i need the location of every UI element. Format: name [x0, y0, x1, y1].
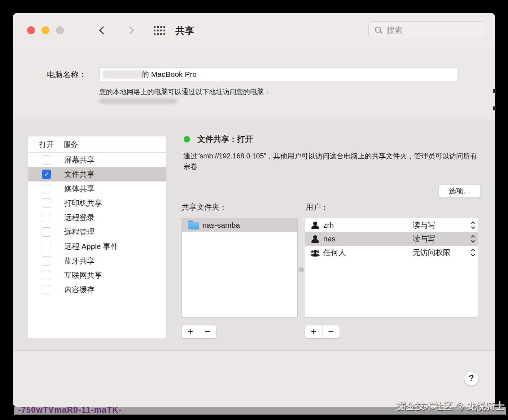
service-row[interactable]: 远程 Apple 事件 — [28, 239, 166, 254]
permission-value: 读与写 — [413, 234, 435, 244]
service-label: 远程 Apple 事件 — [64, 241, 118, 251]
remove-folder-button[interactable]: − — [199, 325, 216, 338]
user-permission-cell: 读与写 — [408, 218, 478, 232]
sharing-main-section: 打开 服务 屏幕共享 文件共享 — [13, 119, 495, 351]
permission-value: 读与写 — [413, 220, 435, 230]
search-field[interactable]: 搜索 — [368, 21, 485, 39]
user-name: zrh — [323, 221, 334, 229]
show-all-grid-icon[interactable] — [154, 26, 166, 36]
fullscreen-button-disabled — [56, 26, 64, 34]
service-row[interactable]: 蓝牙共享 — [28, 254, 166, 268]
user-name-cell: nas — [305, 232, 408, 246]
service-row[interactable]: 打印机共享 — [28, 196, 166, 210]
computer-name-value: 的 MacBook Pro — [141, 69, 197, 79]
permission-stepper-icon[interactable] — [472, 222, 474, 228]
service-checkbox[interactable] — [42, 198, 51, 208]
service-checkbox[interactable] — [42, 285, 51, 294]
service-label: 内容缓存 — [64, 285, 95, 295]
service-row[interactable]: 文件共享 — [28, 167, 166, 181]
file-sharing-description: 通过“smb://192.168.0.105”，其他用户可以访问这台电脑上的共享… — [183, 151, 483, 172]
options-button[interactable]: 选项… — [439, 184, 481, 198]
window-title: 共享 — [175, 25, 194, 37]
add-user-button[interactable]: + — [305, 325, 322, 338]
search-icon — [375, 26, 382, 34]
user-row[interactable]: zrh 读与写 — [305, 218, 478, 232]
background-artifact — [493, 89, 496, 93]
shared-folders-table: nas-samba — [181, 218, 298, 318]
users-add-remove-group: + − — [305, 325, 340, 338]
help-button[interactable]: ? — [464, 371, 479, 386]
user-icon — [311, 222, 319, 229]
permission-stepper-icon[interactable] — [472, 236, 474, 242]
service-row[interactable]: 远程管理 — [28, 225, 166, 239]
back-icon[interactable] — [99, 26, 108, 35]
service-row[interactable]: 内容缓存 — [28, 283, 166, 297]
folder-icon — [188, 222, 199, 229]
column-resize-handle[interactable] — [299, 267, 304, 272]
service-label: 文件共享 — [64, 169, 95, 179]
service-checkbox[interactable] — [42, 227, 51, 237]
header-service-label: 服务 — [64, 140, 78, 149]
services-list-header: 打开 服务 — [28, 136, 166, 153]
search-placeholder: 搜索 — [387, 25, 403, 36]
user-icon — [311, 235, 319, 243]
service-label: 屏幕共享 — [64, 155, 95, 165]
header-divider — [59, 139, 59, 149]
service-checkbox[interactable] — [42, 213, 51, 222]
user-name-cell: zrh — [305, 218, 408, 232]
service-checkbox[interactable] — [42, 170, 51, 179]
file-sharing-status-title: 文件共享：打开 — [197, 134, 253, 145]
service-checkbox[interactable] — [42, 256, 51, 266]
user-permission-cell: 无访问权限 — [408, 246, 478, 259]
close-button[interactable] — [27, 26, 35, 34]
service-label: 远程管理 — [64, 227, 95, 237]
service-checkbox[interactable] — [42, 271, 51, 280]
user-name: nas — [323, 235, 336, 243]
users-label: 用户： — [306, 202, 328, 212]
clipped-link-text: -750wTVmaR0-11-maTK- — [18, 407, 122, 415]
header-on-label: 打开 — [39, 140, 54, 149]
computer-name-input[interactable]: 的 MacBook Pro — [99, 67, 457, 81]
redacted-local-address — [99, 99, 177, 104]
traffic-lights — [27, 26, 64, 34]
minimize-button[interactable] — [41, 26, 49, 34]
service-checkbox[interactable] — [42, 242, 51, 251]
footer-section: ? — [13, 351, 495, 407]
permission-stepper-icon[interactable] — [472, 249, 474, 256]
folder-name: nas-samba — [202, 221, 240, 229]
users-table: zrh 读与写 nas 读与写 — [305, 218, 478, 318]
desktop-background: 共享 搜索 电脑名称： 的 MacBook Pro 您的本地网络上的电脑可以通过… — [0, 0, 508, 420]
sharing-preferences-window: 共享 搜索 电脑名称： 的 MacBook Pro 您的本地网络上的电脑可以通过… — [13, 13, 495, 407]
service-row[interactable]: 远程登录 — [28, 210, 166, 225]
titlebar: 共享 搜索 — [13, 13, 495, 48]
forward-icon — [126, 26, 134, 35]
shared-folders-label: 共享文件夹： — [181, 202, 227, 212]
remove-user-button[interactable]: − — [322, 325, 340, 338]
redacted-computer-name — [102, 70, 145, 79]
service-checkbox[interactable] — [42, 184, 51, 193]
service-checkbox[interactable] — [42, 155, 51, 165]
services-list: 打开 服务 屏幕共享 文件共享 — [28, 136, 166, 338]
add-folder-button[interactable]: + — [182, 325, 199, 338]
service-row[interactable]: 互联网共享 — [28, 268, 166, 283]
network-hint-text: 您的本地网络上的电脑可以通过以下地址访问您的电脑： — [99, 87, 271, 97]
service-row[interactable]: 屏幕共享 — [28, 153, 166, 167]
user-row[interactable]: 任何人 无访问权限 — [305, 246, 478, 259]
service-row[interactable]: 媒体共享 — [28, 181, 166, 196]
folders-add-remove-group: + − — [181, 325, 216, 338]
permission-value: 无访问权限 — [413, 248, 451, 258]
services-rows: 屏幕共享 文件共享 媒体共享 — [28, 153, 166, 297]
user-row[interactable]: nas 读与写 — [305, 232, 478, 246]
computer-name-section: 电脑名称： 的 MacBook Pro 您的本地网络上的电脑可以通过以下地址访问… — [13, 48, 495, 119]
background-artifact — [493, 106, 496, 110]
user-name-cell: 任何人 — [305, 246, 408, 259]
service-label: 蓝牙共享 — [64, 256, 95, 266]
user-name: 任何人 — [323, 248, 346, 258]
service-label: 打印机共享 — [64, 198, 102, 208]
user-icon — [311, 249, 319, 257]
service-label: 远程登录 — [64, 213, 95, 223]
watermark-text: 掘金技术社区 @ 龙悦骑士 — [396, 400, 504, 412]
shared-folder-row[interactable]: nas-samba — [182, 218, 297, 232]
user-permission-cell: 读与写 — [408, 232, 478, 246]
computer-name-label: 电脑名称： — [47, 69, 87, 80]
